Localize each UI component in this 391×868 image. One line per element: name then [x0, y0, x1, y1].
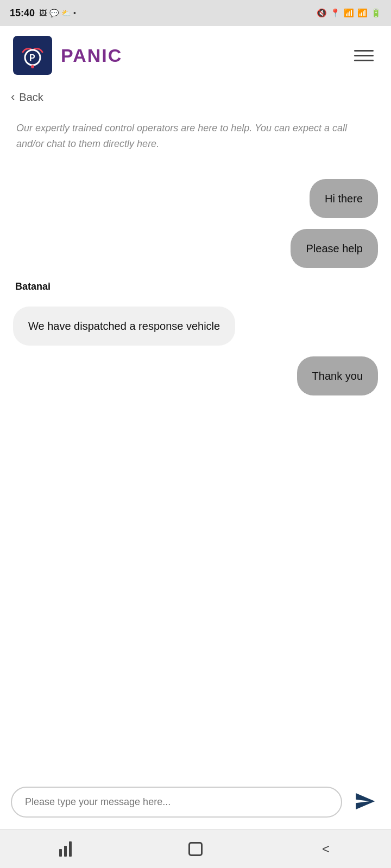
message-input[interactable]: [25, 796, 328, 808]
hamburger-menu-button[interactable]: [350, 46, 378, 66]
home-icon: [188, 842, 203, 856]
back-nav-button[interactable]: <: [310, 836, 342, 862]
app-title: PANIC: [61, 45, 122, 66]
spacer: [0, 589, 391, 777]
svg-text:P: P: [29, 53, 35, 62]
signal-icon: 📶: [357, 8, 368, 18]
dot-icon: •: [73, 9, 76, 17]
hamburger-line-2: [354, 55, 374, 56]
nav-bar: <: [0, 829, 391, 868]
message-text-3: We have dispatched a response vehicle: [28, 320, 220, 332]
send-button[interactable]: [350, 786, 380, 818]
message-icon: 💬: [49, 9, 59, 17]
send-icon: [354, 790, 376, 812]
location-icon: 📍: [330, 8, 340, 18]
header-left: P PANIC: [13, 36, 122, 75]
app-header: P PANIC: [0, 26, 391, 85]
message-bubble-4: Thank you: [297, 356, 378, 395]
wifi-icon: 📶: [344, 8, 354, 18]
message-text-4: Thank you: [312, 370, 363, 382]
back-arrow-icon: ‹: [11, 90, 15, 104]
input-area: [0, 777, 391, 829]
message-text-1: Hi there: [325, 193, 363, 205]
hamburger-line-1: [354, 50, 374, 52]
svg-point-2: [31, 65, 34, 68]
message-bubble-2: Please help: [291, 229, 378, 268]
back-label: Back: [19, 91, 43, 104]
status-right-icons: 🔇 📍 📶 📶 🔋: [317, 8, 381, 18]
recents-button[interactable]: [49, 836, 81, 862]
hamburger-line-3: [354, 60, 374, 61]
sender-name-batanai: Batanai: [13, 281, 378, 292]
battery-icon: 🔋: [371, 8, 381, 18]
home-button[interactable]: [179, 836, 212, 862]
gallery-icon: 🖼: [39, 9, 47, 17]
subtitle-text: Our expertly trained control operators a…: [0, 115, 391, 174]
message-bubble-3: We have dispatched a response vehicle: [13, 307, 235, 346]
weather-icon: ⛅: [61, 9, 71, 17]
status-time: 15:40: [10, 8, 35, 19]
logo-svg: P: [18, 41, 47, 69]
status-bar: 15:40 🖼 💬 ⛅ • 🔇 📍 📶 📶 🔋: [0, 0, 391, 26]
recents-icon: [59, 841, 72, 857]
back-nav-icon: <: [322, 841, 330, 857]
message-input-wrapper: [11, 787, 342, 818]
app-logo: P: [13, 36, 52, 75]
back-button[interactable]: ‹ Back: [0, 85, 391, 115]
message-bubble-1: Hi there: [310, 179, 378, 218]
message-text-2: Please help: [306, 242, 363, 254]
chat-area: Hi there Please help Batanai We have dis…: [0, 174, 391, 589]
mute-icon: 🔇: [317, 8, 327, 18]
